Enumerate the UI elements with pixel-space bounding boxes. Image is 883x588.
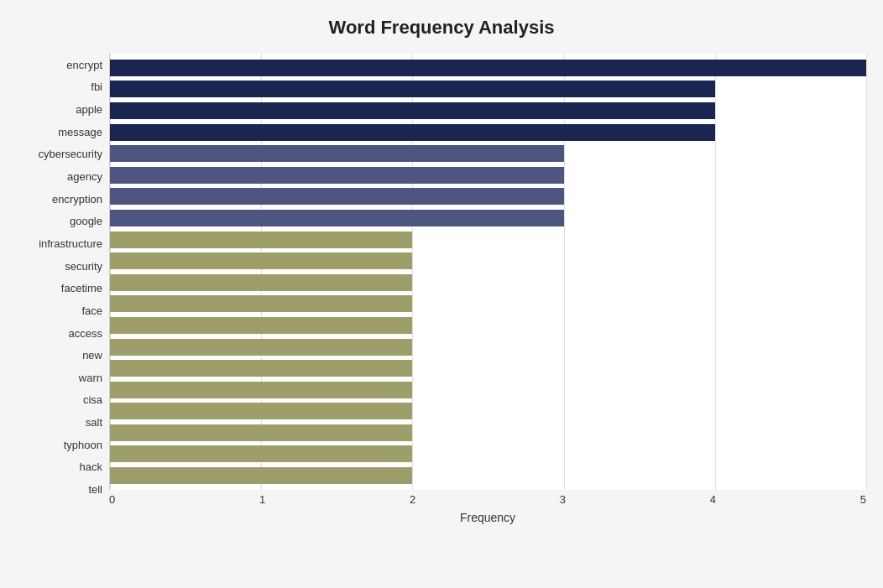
y-label: cybersecurity (38, 143, 102, 165)
bar (110, 339, 412, 356)
bar (110, 81, 715, 97)
x-axis: 012345 Frequency (109, 490, 866, 524)
y-label: access (69, 322, 102, 344)
y-label: hack (80, 456, 102, 478)
bar-row (110, 444, 866, 464)
bar-row (110, 358, 866, 378)
y-label: tell (88, 478, 102, 500)
x-tick: 5 (860, 493, 866, 506)
y-label: agency (67, 166, 102, 188)
bar (110, 60, 866, 76)
bar (110, 252, 412, 269)
bar-row (110, 165, 866, 185)
chart-container: Word Frequency Analysis encryptfbiapplem… (0, 0, 883, 588)
x-tick: 2 (410, 493, 415, 506)
bar (110, 274, 412, 291)
y-label: facetime (61, 278, 102, 299)
y-label: new (82, 345, 102, 367)
bar (110, 403, 412, 419)
bars-and-x: 012345 Frequency (109, 54, 866, 524)
bar (110, 295, 412, 312)
bar-row (110, 186, 866, 206)
chart-title: Word Frequency Analysis (17, 17, 866, 39)
bar (110, 188, 564, 205)
bars-area (109, 54, 866, 490)
x-tick: 0 (109, 493, 115, 506)
bar-row (110, 251, 866, 271)
bar-row (110, 230, 866, 250)
y-label: warn (79, 367, 102, 388)
bar-row (110, 423, 866, 443)
bar-row (110, 143, 866, 164)
y-label: apple (76, 99, 102, 121)
bar (110, 210, 564, 226)
bar (110, 167, 564, 184)
bar-row (110, 208, 866, 228)
y-label: message (58, 121, 102, 143)
bar-row (110, 401, 866, 421)
y-label: salt (86, 412, 102, 434)
bar (110, 124, 715, 141)
x-tick: 3 (560, 493, 566, 506)
x-axis-label: Frequency (109, 511, 866, 524)
bar-row (110, 466, 866, 486)
bar-row (110, 79, 866, 99)
bar-row (110, 273, 866, 293)
y-label: google (70, 211, 102, 232)
y-label: cisa (83, 389, 102, 411)
y-label: fbi (91, 76, 102, 98)
bar-row (110, 380, 866, 400)
chart-area: encryptfbiapplemessagecybersecurityagenc… (17, 54, 866, 524)
bar (110, 232, 412, 248)
y-labels: encryptfbiapplemessagecybersecurityagenc… (17, 54, 109, 524)
y-label: encryption (52, 188, 102, 210)
bar (110, 102, 715, 119)
x-ticks: 012345 (109, 493, 866, 507)
bar-row (110, 294, 866, 314)
bar (110, 145, 564, 162)
y-label: face (81, 299, 102, 321)
grid-line (866, 54, 867, 490)
bar (110, 467, 412, 484)
bar (110, 424, 412, 441)
bar (110, 317, 412, 334)
y-label: encrypt (66, 54, 102, 75)
bar-row (110, 101, 866, 121)
bar-row (110, 315, 866, 336)
x-tick: 4 (710, 493, 716, 506)
bar-row (110, 122, 866, 143)
bar (110, 445, 412, 462)
bar (110, 360, 412, 377)
bar-row (110, 58, 866, 78)
y-label: infrastructure (39, 232, 102, 254)
y-label: security (65, 255, 102, 277)
bar (110, 382, 412, 398)
x-tick: 1 (259, 493, 265, 506)
y-label: typhoon (64, 434, 102, 455)
bar-row (110, 337, 866, 357)
